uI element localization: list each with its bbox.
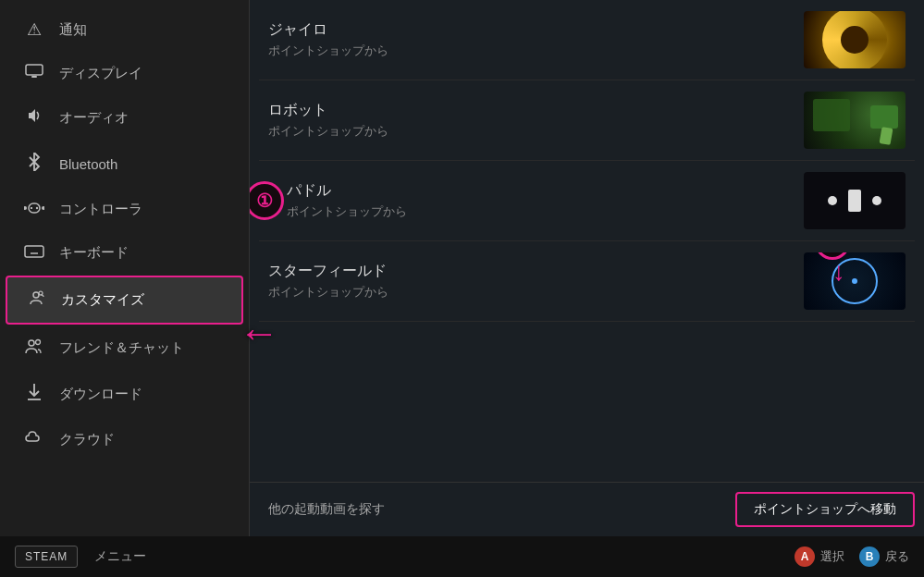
- svg-point-6: [24, 206, 27, 210]
- sidebar-item-label: 通知: [59, 21, 87, 39]
- svg-point-5: [36, 207, 38, 209]
- sidebar-item-keyboard[interactable]: キーボード: [6, 232, 243, 274]
- item-info-paddle: パドル ポイントショップから: [268, 181, 789, 220]
- sidebar-item-label: カスタマイズ: [61, 291, 144, 309]
- notifications-icon: ⚠: [24, 19, 44, 40]
- sidebar-item-customize[interactable]: カスタマイズ: [6, 276, 243, 325]
- list-item-paddle[interactable]: ① パドル ポイントショップから: [259, 161, 915, 241]
- a-button-label: 選択: [820, 548, 844, 565]
- bluetooth-icon: [24, 153, 44, 176]
- sidebar-item-label: Bluetooth: [59, 156, 117, 172]
- item-info-starfield: スターフィールド ポイントショップから: [268, 262, 789, 301]
- sidebar-item-cloud[interactable]: クラウド: [6, 419, 243, 460]
- sidebar-item-label: コントローラ: [59, 201, 142, 218]
- content-area: ← ジャイロ ポイントショップから ロボット ポイントショップから: [250, 0, 924, 536]
- footer-bar: 他の起動動画を探す ポイントショップへ移動: [250, 482, 924, 536]
- svg-point-14: [33, 292, 39, 298]
- sidebar-item-download[interactable]: ダウンロード: [6, 372, 243, 417]
- item-sub-robot: ポイントショップから: [268, 123, 789, 140]
- svg-point-17: [36, 340, 41, 345]
- sidebar-item-label: ディスプレイ: [59, 65, 142, 82]
- a-button-icon: A: [795, 546, 815, 567]
- item-info-robot: ロボット ポイントショップから: [268, 101, 789, 140]
- controller-icon: [24, 200, 44, 219]
- go-to-point-shop-button[interactable]: ポイントショップへ移動: [735, 492, 915, 527]
- bottom-bar: STEAM メニュー A 選択 B 戻る: [0, 536, 924, 577]
- items-list: ← ジャイロ ポイントショップから ロボット ポイントショップから: [250, 0, 924, 482]
- sidebar-item-label: オーディオ: [59, 109, 129, 127]
- item-info-gyro: ジャイロ ポイントショップから: [268, 20, 789, 59]
- item-thumb-paddle: [804, 172, 906, 229]
- svg-rect-0: [26, 65, 43, 75]
- sidebar-item-label: キーボード: [59, 244, 129, 262]
- item-sub-gyro: ポイントショップから: [268, 43, 789, 59]
- sidebar-item-friends[interactable]: フレンド＆チャット: [6, 326, 243, 370]
- list-item-starfield[interactable]: スターフィールド ポイントショップから ② ↓: [259, 241, 915, 322]
- sidebar-item-controller[interactable]: コントローラ: [6, 189, 243, 230]
- svg-point-7: [42, 206, 44, 210]
- audio-icon: [24, 107, 44, 129]
- display-icon: [24, 64, 44, 83]
- item-sub-paddle: ポイントショップから: [287, 203, 789, 220]
- item-name-gyro: ジャイロ: [268, 20, 789, 40]
- sidebar-item-notifications[interactable]: ⚠ 通知: [6, 8, 243, 51]
- download-icon: [24, 383, 44, 406]
- friends-icon: [24, 338, 44, 359]
- item-name-robot: ロボット: [268, 101, 789, 120]
- sidebar-item-label: クラウド: [59, 431, 115, 448]
- item-thumb-gyro: [804, 11, 906, 68]
- svg-rect-2: [29, 203, 40, 213]
- item-name-paddle: パドル: [287, 181, 789, 201]
- item-thumb-robot: [804, 92, 906, 149]
- item-thumb-starfield: ② ↓: [804, 252, 906, 310]
- svg-point-16: [29, 340, 34, 346]
- bottom-controls: A 選択 B 戻る: [795, 546, 909, 567]
- item-name-starfield: スターフィールド: [268, 262, 789, 281]
- sidebar-item-display[interactable]: ディスプレイ: [6, 53, 243, 94]
- svg-rect-8: [25, 246, 43, 257]
- sidebar-item-label: ダウンロード: [59, 386, 142, 403]
- menu-label: メニュー: [94, 548, 146, 565]
- svg-point-15: [39, 291, 43, 295]
- keyboard-icon: [24, 243, 44, 263]
- steam-button[interactable]: STEAM: [15, 546, 78, 568]
- list-item-robot[interactable]: ロボット ポイントショップから: [259, 80, 915, 161]
- list-item-gyro[interactable]: ジャイロ ポイントショップから: [259, 0, 915, 80]
- item-sub-starfield: ポイントショップから: [268, 284, 789, 301]
- sidebar-item-label: フレンド＆チャット: [59, 339, 184, 357]
- svg-rect-1: [31, 76, 37, 78]
- cloud-icon: [24, 430, 44, 449]
- footer-search-label: 他の起動動画を探す: [259, 501, 385, 518]
- ctrl-a: A 選択: [795, 546, 844, 567]
- ctrl-b: B 戻る: [859, 546, 909, 567]
- customize-icon: [26, 288, 46, 312]
- b-button-label: 戻る: [885, 548, 909, 565]
- sidebar-item-bluetooth[interactable]: Bluetooth: [6, 141, 243, 187]
- b-button-icon: B: [859, 546, 880, 567]
- sidebar: ⚠ 通知 ディスプレイ オーディオ Bluetooth: [0, 0, 250, 536]
- sidebar-item-audio[interactable]: オーディオ: [6, 96, 243, 140]
